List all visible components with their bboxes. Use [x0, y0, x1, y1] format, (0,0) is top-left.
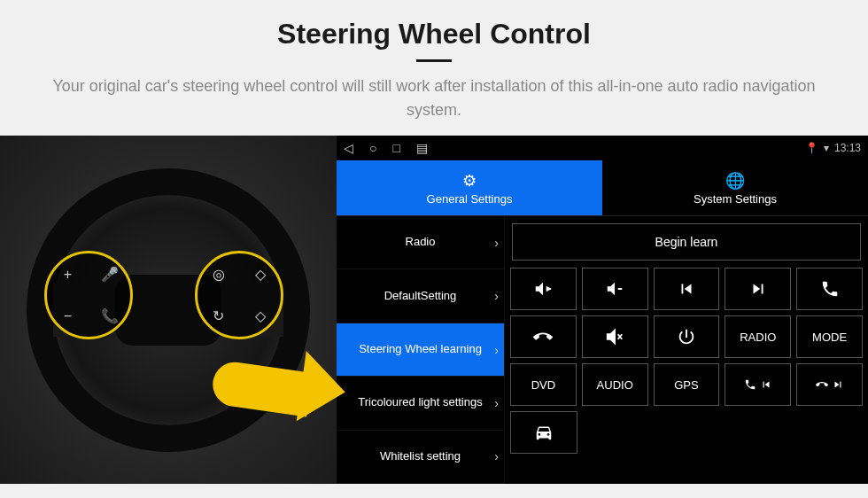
chevron-right-icon: ›	[494, 236, 499, 250]
volume-up-icon	[533, 279, 553, 299]
plus-icon: +	[64, 267, 72, 283]
settings-tabs: ⚙ General Settings 🌐 System Settings	[337, 160, 868, 215]
sidebar-item-label: Whitelist setting	[380, 449, 461, 464]
chevron-right-icon: ›	[494, 343, 499, 357]
settings-sidebar: Radio › DefaultSetting › Steering Wheel …	[337, 216, 505, 484]
status-icons: 📍 ▾ 13:13	[805, 142, 861, 154]
phone-icon	[820, 279, 840, 299]
phone-hangup-icon	[533, 327, 553, 346]
title-divider	[416, 59, 452, 62]
hero-section: Steering Wheel Control Your original car…	[0, 0, 868, 136]
phone-icon	[744, 378, 756, 391]
up-nav-icon: ◇	[255, 266, 266, 283]
cycle-icon: ↻	[213, 307, 224, 324]
content-row: + 🎤 − 📞 ◎ ◇ ↻ ◇ ◁ ○ □ ▤ 📍 ▾	[0, 136, 868, 484]
button-row-2: RADIO MODE	[510, 315, 863, 358]
phone-hangup-icon	[816, 378, 828, 391]
gps-button[interactable]: GPS	[654, 363, 720, 406]
settings-body: Radio › DefaultSetting › Steering Wheel …	[337, 215, 868, 484]
empty-slot	[583, 411, 648, 454]
skip-previous-icon	[677, 279, 696, 299]
page-subtitle: Your original car's steering wheel contr…	[35, 74, 833, 122]
dvd-button[interactable]: DVD	[510, 363, 577, 406]
wifi-icon: ▾	[824, 142, 829, 154]
next-track-button[interactable]	[725, 268, 791, 310]
sidebar-item-whitelist[interactable]: Whitelist setting ›	[337, 431, 505, 484]
home-icon[interactable]: ○	[369, 141, 376, 155]
wheel-controls-left-highlight: + 🎤 − 📞	[44, 251, 133, 339]
audio-button[interactable]: AUDIO	[582, 363, 648, 406]
voice-icon: 🎤	[101, 266, 119, 283]
mute-button[interactable]	[582, 315, 648, 358]
tab-label: General Settings	[427, 192, 513, 206]
sd-card-icon: ▤	[416, 141, 428, 155]
sidebar-item-steering-wheel-learning[interactable]: Steering Wheel learning ›	[337, 323, 505, 377]
sidebar-item-label: Radio	[406, 235, 436, 250]
back-icon[interactable]: ◁	[344, 141, 353, 155]
phone-icon: 📞	[101, 307, 119, 324]
android-statusbar: ◁ ○ □ ▤ 📍 ▾ 13:13	[337, 136, 868, 160]
power-button[interactable]	[654, 315, 720, 358]
globe-icon: 🌐	[725, 171, 745, 191]
power-icon	[677, 327, 696, 346]
begin-learn-button[interactable]: Begin learn	[512, 223, 861, 261]
button-row-1	[510, 268, 863, 310]
tab-general-settings[interactable]: ⚙ General Settings	[337, 160, 602, 215]
volume-mute-icon	[605, 327, 624, 346]
button-row-3: DVD AUDIO GPS	[510, 363, 863, 406]
sidebar-item-default-setting[interactable]: DefaultSetting ›	[337, 269, 505, 323]
sidebar-item-label: DefaultSetting	[384, 289, 457, 304]
clock-text: 13:13	[834, 142, 861, 154]
skip-next-icon	[748, 279, 768, 299]
volume-down-button[interactable]	[582, 268, 648, 310]
sidebar-item-label: Tricoloured light settings	[358, 395, 482, 410]
empty-slot	[725, 411, 791, 454]
gear-icon: ⚙	[462, 171, 477, 191]
sidebar-item-label: Steering Wheel learning	[359, 342, 482, 357]
learning-panel: Begin learn	[505, 216, 868, 484]
call-answer-button[interactable]	[796, 268, 863, 310]
empty-slot	[797, 411, 863, 454]
car-button[interactable]	[510, 411, 577, 454]
source-icon: ◎	[213, 266, 225, 283]
car-icon	[534, 423, 554, 442]
tab-system-settings[interactable]: 🌐 System Settings	[602, 160, 868, 215]
sidebar-item-radio[interactable]: Radio ›	[337, 216, 505, 269]
button-row-4	[510, 411, 863, 454]
chevron-right-icon: ›	[494, 396, 499, 410]
volume-up-button[interactable]	[510, 268, 577, 310]
empty-slot	[655, 411, 720, 454]
head-unit-screen: ◁ ○ □ ▤ 📍 ▾ 13:13 ⚙ General Settings 🌐 S…	[337, 136, 868, 484]
gps-icon: 📍	[805, 142, 818, 154]
radio-button[interactable]: RADIO	[725, 315, 791, 358]
wheel-controls-right-highlight: ◎ ◇ ↻ ◇	[195, 251, 283, 339]
skip-previous-icon	[760, 378, 772, 391]
nav-buttons: ◁ ○ □ ▤	[344, 141, 428, 155]
volume-down-icon	[605, 279, 624, 299]
phone-next-button[interactable]	[796, 363, 863, 406]
call-hangup-button[interactable]	[510, 315, 577, 358]
chevron-right-icon: ›	[494, 449, 499, 463]
tab-label: System Settings	[694, 192, 777, 206]
recents-icon[interactable]: □	[392, 141, 399, 155]
begin-row: Begin learn	[510, 222, 863, 262]
sidebar-item-tricoloured-light[interactable]: Tricoloured light settings ›	[337, 377, 505, 430]
minus-icon: −	[64, 308, 72, 324]
down-nav-icon: ◇	[255, 307, 266, 324]
steering-wheel-photo: + 🎤 − 📞 ◎ ◇ ↻ ◇	[0, 136, 337, 484]
phone-prev-button[interactable]	[725, 363, 791, 406]
page-title: Steering Wheel Control	[35, 18, 833, 51]
mode-button[interactable]: MODE	[796, 315, 863, 358]
chevron-right-icon: ›	[494, 289, 499, 303]
previous-track-button[interactable]	[654, 268, 720, 310]
skip-next-icon	[832, 378, 844, 391]
